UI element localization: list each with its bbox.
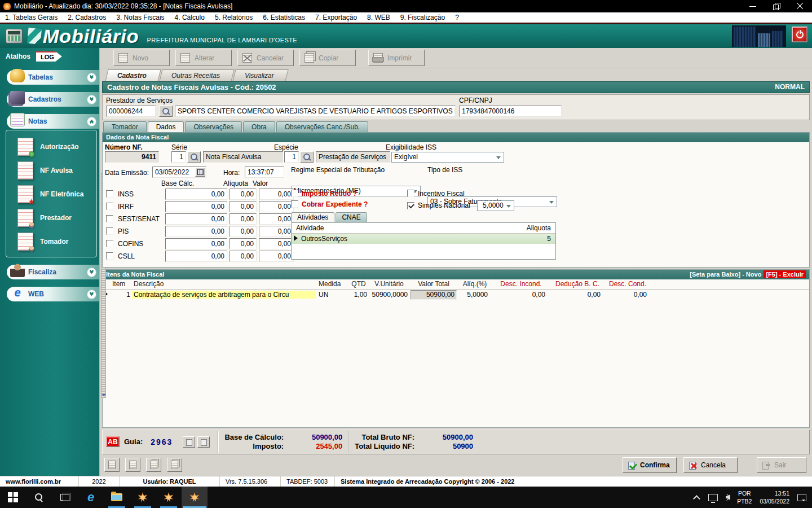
nav-button-4[interactable] [167,458,182,472]
irrf-aliquota-field[interactable]: 0,00 [230,201,257,212]
nav-button-3[interactable] [146,458,161,472]
incentivo-fiscal-checkbox[interactable] [407,190,414,197]
cofins-aliquota-field[interactable]: 0,00 [230,238,257,249]
irrf-valor-field[interactable]: 0,00 [259,201,294,212]
csll-valor-field[interactable]: 0,00 [259,251,294,262]
imprimir-button[interactable]: Imprimir [368,50,425,66]
inss-base-field[interactable]: 0,00 [165,189,227,200]
exit-power-button[interactable] [792,27,807,42]
clock[interactable]: 13:51 03/05/2022 [760,489,789,505]
sidebar-item-autorizacao[interactable]: Autorização [6,135,96,159]
taskbar-app-1[interactable] [130,487,156,508]
inss-checkbox[interactable] [106,190,113,198]
menu-tabelas-gerais[interactable]: 1. Tabelas Gerais [0,14,63,21]
menu-web[interactable]: 8. WEB [362,14,395,21]
atividade-row[interactable]: OutrosServiços 5 [292,234,555,244]
item-row[interactable]: 1 Contratação de serviços de arbitragem … [103,290,809,300]
pis-valor-field[interactable]: 0,00 [259,226,294,237]
network-icon[interactable] [708,494,718,501]
cobrar-expediente-checkbox[interactable] [291,200,298,208]
menu-estatisticas[interactable]: 6. Estatísticas [258,14,310,21]
sest-valor-field[interactable]: 0,00 [259,213,294,225]
cancelar-button[interactable]: Cancelar [237,50,294,66]
simples-nacional-checkbox[interactable] [407,202,414,209]
chevron-down-icon[interactable] [87,290,96,299]
cofins-valor-field[interactable]: 0,00 [259,238,294,249]
exigibilidade-select[interactable]: Exigível [391,152,504,163]
cancela-button[interactable]: Cancela [683,457,738,473]
inss-aliquota-field[interactable]: 0,00 [230,189,257,200]
tab-observacoes[interactable]: Observações [185,121,242,132]
sest-aliquota-field[interactable]: 0,00 [230,213,257,225]
menu-exportacao[interactable]: 7. Exportação [310,14,362,21]
alterar-button[interactable]: Alterar [175,50,232,66]
guia-print-button[interactable] [197,436,210,448]
minimize-icon[interactable] [749,2,757,10]
sidebar-item-tomador[interactable]: Tomador [6,230,96,253]
hora-field[interactable]: 13:37:07 [245,167,284,178]
menu-calculo[interactable]: 4. Cálculo [170,14,210,21]
log-badge[interactable]: LOG [36,51,62,62]
close-icon[interactable] [796,2,804,10]
tab-obra[interactable]: Obra [243,121,275,132]
taskbar-app-active[interactable] [182,487,208,508]
prestador-search-button[interactable] [159,106,173,117]
taskbar-search-button[interactable] [26,487,52,508]
guia-view-button[interactable] [183,436,195,448]
prestador-code-field[interactable]: 000006244 [106,106,156,117]
irrf-checkbox[interactable] [106,203,113,210]
tab-atividades[interactable]: Atividades [291,212,334,222]
pis-base-field[interactable]: 0,00 [165,226,227,237]
cofins-checkbox[interactable] [106,240,113,247]
sidebar-group-notas[interactable]: Notas [7,114,99,129]
notification-center-icon[interactable] [797,494,806,501]
sidebar-item-nf-avulsa[interactable]: NF Avulsa [6,159,96,182]
serie-field[interactable]: 1 [171,151,186,163]
pis-checkbox[interactable] [106,227,113,235]
tab-outras-receitas[interactable]: Outras Receitas [159,69,234,81]
data-emissao-field[interactable]: 03/05/2022 [152,167,206,178]
tab-tomador[interactable]: Tomador [103,121,147,132]
chevron-down-icon[interactable] [87,95,96,104]
sair-button[interactable]: Sair [757,457,806,473]
inss-valor-field[interactable]: 0,00 [259,189,294,200]
nav-button-1[interactable] [104,458,120,472]
calendar-icon[interactable] [195,168,205,177]
simples-aliquota-select[interactable]: 5,0000 [477,200,514,211]
pis-aliquota-field[interactable]: 0,00 [230,226,257,237]
task-view-button[interactable] [52,487,78,508]
cpf-cnpj-field[interactable]: 17934847000146 [459,106,562,117]
cofins-base-field[interactable]: 0,00 [165,238,227,249]
csll-checkbox[interactable] [106,252,113,260]
item-descricao[interactable]: Contratação de serviços de arbitragem pa… [132,291,316,299]
copiar-button[interactable]: Copiar [299,50,356,66]
taskbar-app-2[interactable] [156,487,182,508]
sidebar-item-prestador[interactable]: Prestador [6,206,96,230]
start-button[interactable] [0,487,26,508]
tab-cadastro[interactable]: Cadastro [105,69,161,81]
sidebar-group-web[interactable]: e WEB [7,287,99,301]
csll-base-field[interactable]: 0,00 [165,251,227,262]
sidebar-group-fiscaliza[interactable]: Fiscaliza [7,265,99,279]
language-indicator[interactable]: POR PTB2 [737,489,752,505]
chevron-down-icon[interactable] [87,73,96,82]
menu-notas-fiscais[interactable]: 3. Notas Fiscais [111,14,169,21]
prestador-name-field[interactable]: SPORTS CENTER COMERCIO VAREJISTAS DE VES… [175,106,456,117]
confirma-button[interactable]: Confirma [623,457,677,473]
numero-nf-field[interactable]: 9411 [105,151,159,163]
restore-icon[interactable] [773,2,780,10]
menu-relatorios[interactable]: 5. Relatórios [210,14,258,21]
sidebar-group-cadastros[interactable]: Cadastros [7,92,99,107]
tab-observacoes-canc-sub[interactable]: Observações Canc./Sub. [276,121,368,132]
chevron-up-icon[interactable] [87,117,96,126]
serie-search-button[interactable] [187,151,201,163]
irrf-base-field[interactable]: 0,00 [165,201,227,212]
sidebar-item-nf-eletronica[interactable]: NF Eletrônica [6,182,96,206]
sest-senat-checkbox[interactable] [106,215,113,222]
novo-button[interactable]: Novo [113,50,170,66]
tab-dados[interactable]: Dados [148,121,184,132]
chevron-down-icon[interactable] [87,268,96,277]
taskbar-ie[interactable]: e [78,487,104,508]
sest-base-field[interactable]: 0,00 [165,213,227,225]
imposto-retido-checkbox[interactable] [291,190,298,197]
